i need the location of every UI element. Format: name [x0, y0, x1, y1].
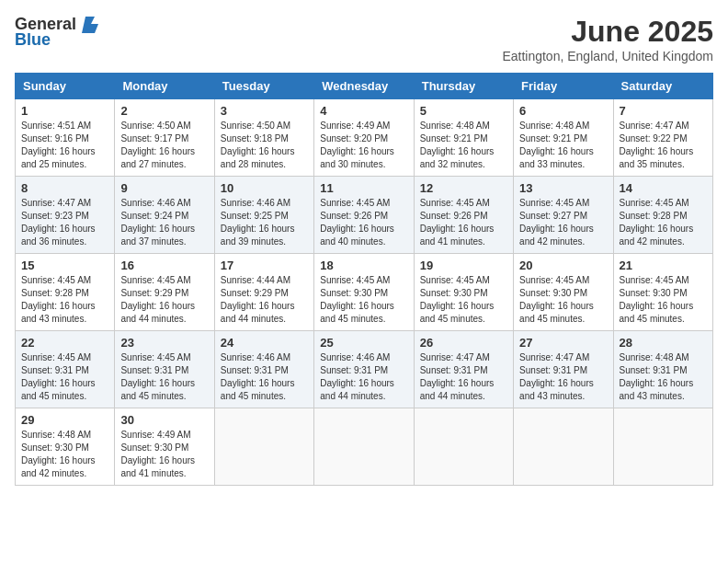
day-info: Sunrise: 4:45 AM Sunset: 9:28 PM Dayligh… — [21, 274, 108, 326]
calendar-cell: 10Sunrise: 4:46 AM Sunset: 9:25 PM Dayli… — [214, 177, 313, 254]
calendar-week-2: 8Sunrise: 4:47 AM Sunset: 9:23 PM Daylig… — [16, 177, 713, 254]
day-info: Sunrise: 4:45 AM Sunset: 9:27 PM Dayligh… — [519, 197, 607, 248]
day-info: Sunrise: 4:50 AM Sunset: 9:17 PM Dayligh… — [120, 120, 208, 171]
day-info: Sunrise: 4:46 AM Sunset: 9:31 PM Dayligh… — [221, 351, 308, 403]
logo: General Blue — [15, 15, 98, 50]
day-number: 25 — [320, 336, 407, 350]
day-number: 8 — [21, 181, 108, 195]
calendar-cell: 1Sunrise: 4:51 AM Sunset: 9:16 PM Daylig… — [16, 99, 115, 177]
day-info: Sunrise: 4:44 AM Sunset: 9:29 PM Dayligh… — [221, 274, 308, 326]
weekday-header-wednesday: Wednesday — [314, 74, 414, 99]
day-info: Sunrise: 4:48 AM Sunset: 9:30 PM Dayligh… — [21, 429, 108, 480]
calendar-cell: 29Sunrise: 4:48 AM Sunset: 9:30 PM Dayli… — [16, 408, 115, 486]
calendar-cell — [414, 408, 513, 486]
day-number: 11 — [320, 181, 407, 195]
day-number: 4 — [320, 104, 407, 118]
weekday-header-sunday: Sunday — [16, 74, 115, 99]
day-number: 6 — [519, 104, 607, 118]
day-number: 12 — [420, 181, 507, 195]
page-header: General Blue June 2025 Eattington, Engla… — [15, 15, 713, 63]
calendar-cell: 12Sunrise: 4:45 AM Sunset: 9:26 PM Dayli… — [414, 177, 513, 254]
calendar-cell: 5Sunrise: 4:48 AM Sunset: 9:21 PM Daylig… — [414, 99, 513, 177]
calendar-cell: 15Sunrise: 4:45 AM Sunset: 9:28 PM Dayli… — [16, 254, 115, 331]
weekday-header-thursday: Thursday — [414, 74, 513, 99]
day-info: Sunrise: 4:45 AM Sunset: 9:30 PM Dayligh… — [320, 274, 407, 326]
day-info: Sunrise: 4:51 AM Sunset: 9:16 PM Dayligh… — [21, 120, 108, 171]
calendar-cell: 26Sunrise: 4:47 AM Sunset: 9:31 PM Dayli… — [414, 331, 513, 408]
day-number: 15 — [21, 259, 108, 272]
calendar-cell: 25Sunrise: 4:46 AM Sunset: 9:31 PM Dayli… — [314, 331, 414, 408]
day-number: 3 — [221, 104, 308, 118]
calendar-cell: 28Sunrise: 4:48 AM Sunset: 9:31 PM Dayli… — [613, 331, 712, 408]
calendar-cell: 13Sunrise: 4:45 AM Sunset: 9:27 PM Dayli… — [514, 177, 613, 254]
day-info: Sunrise: 4:49 AM Sunset: 9:20 PM Dayligh… — [320, 120, 407, 171]
calendar-cell: 14Sunrise: 4:45 AM Sunset: 9:28 PM Dayli… — [613, 177, 712, 254]
day-number: 13 — [519, 181, 607, 195]
calendar-header-row: SundayMondayTuesdayWednesdayThursdayFrid… — [16, 74, 713, 99]
day-info: Sunrise: 4:45 AM Sunset: 9:30 PM Dayligh… — [519, 274, 607, 326]
weekday-header-tuesday: Tuesday — [214, 74, 313, 99]
location-text: Eattington, England, United Kingdom — [502, 49, 713, 63]
day-info: Sunrise: 4:45 AM Sunset: 9:30 PM Dayligh… — [420, 274, 507, 326]
day-info: Sunrise: 4:50 AM Sunset: 9:18 PM Dayligh… — [221, 120, 308, 171]
calendar-cell: 9Sunrise: 4:46 AM Sunset: 9:24 PM Daylig… — [115, 177, 214, 254]
day-info: Sunrise: 4:45 AM Sunset: 9:31 PM Dayligh… — [21, 351, 108, 403]
day-info: Sunrise: 4:47 AM Sunset: 9:31 PM Dayligh… — [420, 351, 507, 403]
day-info: Sunrise: 4:47 AM Sunset: 9:31 PM Dayligh… — [519, 351, 607, 403]
day-number: 19 — [420, 259, 507, 272]
calendar-cell: 22Sunrise: 4:45 AM Sunset: 9:31 PM Dayli… — [16, 331, 115, 408]
calendar-week-1: 1Sunrise: 4:51 AM Sunset: 9:16 PM Daylig… — [16, 99, 713, 177]
day-info: Sunrise: 4:45 AM Sunset: 9:29 PM Dayligh… — [120, 274, 208, 326]
weekday-header-friday: Friday — [514, 74, 613, 99]
calendar-cell: 8Sunrise: 4:47 AM Sunset: 9:23 PM Daylig… — [16, 177, 115, 254]
day-number: 30 — [120, 413, 208, 427]
day-number: 16 — [120, 259, 208, 272]
day-number: 7 — [620, 104, 707, 118]
day-number: 22 — [21, 336, 108, 350]
calendar-cell: 6Sunrise: 4:48 AM Sunset: 9:21 PM Daylig… — [514, 99, 613, 177]
calendar-cell: 20Sunrise: 4:45 AM Sunset: 9:30 PM Dayli… — [514, 254, 613, 331]
day-number: 10 — [221, 181, 308, 195]
day-number: 18 — [320, 259, 407, 272]
day-info: Sunrise: 4:48 AM Sunset: 9:21 PM Dayligh… — [420, 120, 507, 171]
calendar-cell: 19Sunrise: 4:45 AM Sunset: 9:30 PM Dayli… — [414, 254, 513, 331]
weekday-header-monday: Monday — [115, 74, 214, 99]
day-number: 21 — [620, 259, 707, 272]
day-info: Sunrise: 4:46 AM Sunset: 9:31 PM Dayligh… — [320, 351, 407, 403]
calendar-cell — [314, 408, 414, 486]
day-info: Sunrise: 4:46 AM Sunset: 9:24 PM Dayligh… — [120, 197, 208, 248]
calendar-cell: 24Sunrise: 4:46 AM Sunset: 9:31 PM Dayli… — [214, 331, 313, 408]
day-number: 26 — [420, 336, 507, 350]
calendar-cell: 27Sunrise: 4:47 AM Sunset: 9:31 PM Dayli… — [514, 331, 613, 408]
day-info: Sunrise: 4:48 AM Sunset: 9:21 PM Dayligh… — [519, 120, 607, 171]
calendar-cell — [613, 408, 712, 486]
day-number: 23 — [120, 336, 208, 350]
day-number: 20 — [519, 259, 607, 272]
calendar-cell: 30Sunrise: 4:49 AM Sunset: 9:30 PM Dayli… — [115, 408, 214, 486]
day-info: Sunrise: 4:49 AM Sunset: 9:30 PM Dayligh… — [120, 429, 208, 480]
day-info: Sunrise: 4:46 AM Sunset: 9:25 PM Dayligh… — [221, 197, 308, 248]
day-number: 2 — [120, 104, 208, 118]
calendar-cell: 7Sunrise: 4:47 AM Sunset: 9:22 PM Daylig… — [613, 99, 712, 177]
calendar-cell: 3Sunrise: 4:50 AM Sunset: 9:18 PM Daylig… — [214, 99, 313, 177]
calendar-cell: 4Sunrise: 4:49 AM Sunset: 9:20 PM Daylig… — [314, 99, 414, 177]
svg-marker-0 — [82, 17, 98, 33]
day-info: Sunrise: 4:47 AM Sunset: 9:23 PM Dayligh… — [21, 197, 108, 248]
title-block: June 2025 Eattington, England, United Ki… — [502, 15, 713, 63]
calendar-cell — [214, 408, 313, 486]
day-info: Sunrise: 4:45 AM Sunset: 9:26 PM Dayligh… — [420, 197, 507, 248]
day-number: 27 — [519, 336, 607, 350]
calendar-cell: 18Sunrise: 4:45 AM Sunset: 9:30 PM Dayli… — [314, 254, 414, 331]
day-number: 5 — [420, 104, 507, 118]
day-number: 9 — [120, 181, 208, 195]
day-number: 28 — [620, 336, 707, 350]
day-number: 24 — [221, 336, 308, 350]
day-number: 1 — [21, 104, 108, 118]
month-title: June 2025 — [502, 15, 713, 49]
day-info: Sunrise: 4:45 AM Sunset: 9:26 PM Dayligh… — [320, 197, 407, 248]
calendar-cell: 2Sunrise: 4:50 AM Sunset: 9:17 PM Daylig… — [115, 99, 214, 177]
day-number: 29 — [21, 413, 108, 427]
calendar-cell — [514, 408, 613, 486]
day-info: Sunrise: 4:47 AM Sunset: 9:22 PM Dayligh… — [620, 120, 707, 171]
logo-blue-text: Blue — [15, 30, 51, 50]
